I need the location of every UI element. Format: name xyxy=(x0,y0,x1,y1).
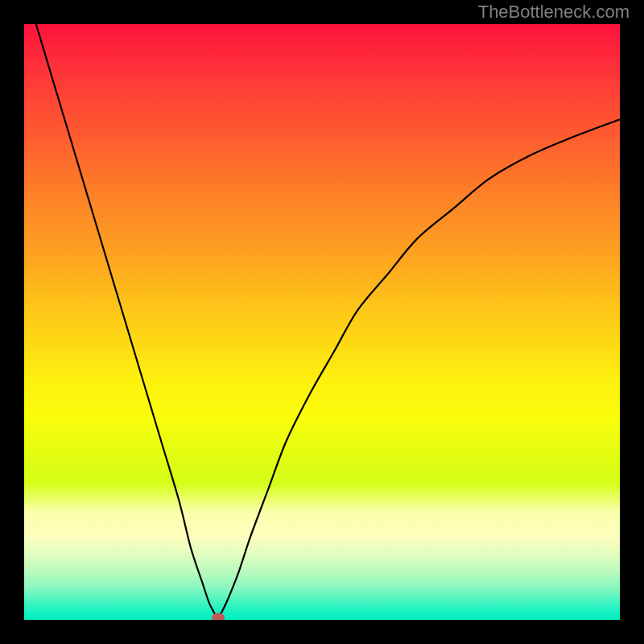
bottleneck-curve-path xyxy=(36,24,620,620)
minimum-marker xyxy=(212,613,225,621)
curve-svg xyxy=(24,24,620,620)
watermark-text: TheBottleneck.com xyxy=(478,2,630,23)
chart-container: TheBottleneck.com xyxy=(0,0,644,644)
plot-area xyxy=(24,24,620,620)
